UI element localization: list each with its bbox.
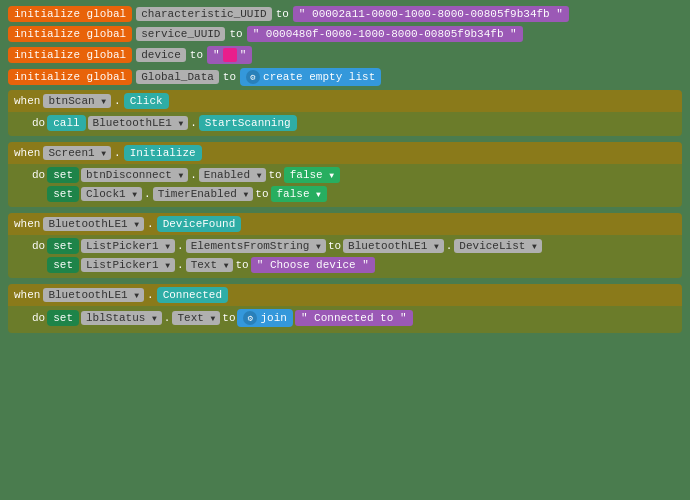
set-keyword-2b[interactable]: set	[47, 186, 79, 202]
join-label[interactable]: ⚙ join	[237, 309, 292, 327]
init-keyword-3[interactable]: initialize global	[8, 47, 132, 63]
set-keyword-3a[interactable]: set	[47, 238, 79, 254]
init-keyword-1[interactable]: initialize global	[8, 6, 132, 22]
when-header-3: when BluetoothLE1 ▼ . DeviceFound	[8, 213, 682, 235]
var-name-1[interactable]: characteristic_UUID	[136, 7, 271, 21]
text-prop-3[interactable]: Text ▼	[186, 258, 234, 272]
btndisconnect-label[interactable]: btnDisconnect ▼	[81, 168, 188, 182]
to-3a: to	[328, 240, 341, 252]
screen1-label[interactable]: Screen1 ▼	[43, 146, 111, 160]
when-keyword-1: when	[14, 95, 40, 107]
device-value[interactable]: " "	[207, 46, 252, 64]
text-prop-4[interactable]: Text ▼	[172, 311, 220, 325]
color-swatch	[223, 48, 237, 62]
clock1-label[interactable]: Clock1 ▼	[81, 187, 142, 201]
init-block-1: initialize global characteristic_UUID to…	[8, 6, 682, 22]
device-list-prop[interactable]: DeviceList ▼	[454, 239, 541, 253]
create-list-label: create empty list	[263, 71, 375, 83]
elements-prop[interactable]: ElementsFromString ▼	[186, 239, 326, 253]
click-event[interactable]: Click	[124, 93, 169, 109]
when-block-4: when BluetoothLE1 ▼ . Connected do set l…	[8, 284, 682, 333]
gear-icon-1: ⚙	[246, 70, 260, 84]
when-keyword-4: when	[14, 289, 40, 301]
ble1-label-4[interactable]: BluetoothLE1 ▼	[43, 288, 144, 302]
lblstatus-label[interactable]: lblStatus ▼	[81, 311, 162, 325]
var-name-2[interactable]: service_UUID	[136, 27, 225, 41]
do-row-1: do call BluetoothLE1 ▼ . StartScanning	[32, 115, 676, 131]
to-3b: to	[235, 259, 248, 271]
do-keyword-1: do	[32, 117, 45, 129]
initialize-event[interactable]: Initialize	[124, 145, 202, 161]
init-keyword-2[interactable]: initialize global	[8, 26, 132, 42]
to-keyword-3: to	[190, 49, 203, 61]
set-keyword-3b[interactable]: set	[47, 257, 79, 273]
false-val-1[interactable]: false ▼	[284, 167, 340, 183]
init-block-2: initialize global service_UUID to " 0000…	[8, 26, 682, 42]
listpicker1-label-3b[interactable]: ListPicker1 ▼	[81, 258, 175, 272]
when-block-3: when BluetoothLE1 ▼ . DeviceFound do set…	[8, 213, 682, 278]
to-keyword-1: to	[276, 8, 289, 20]
when-body-1: do call BluetoothLE1 ▼ . StartScanning	[8, 112, 682, 136]
connected-to-val[interactable]: " Connected to "	[295, 310, 413, 326]
start-scanning[interactable]: StartScanning	[199, 115, 297, 131]
init-block-4: initialize global Global_Data to ⚙ creat…	[8, 68, 682, 86]
device-found-event[interactable]: DeviceFound	[157, 216, 242, 232]
to-keyword-4: to	[223, 71, 236, 83]
when-keyword-3: when	[14, 218, 40, 230]
when-body-3: do set ListPicker1 ▼ . ElementsFromStrin…	[8, 235, 682, 278]
gear-icon-2: ⚙	[243, 311, 257, 325]
when-body-2: do set btnDisconnect ▼ . Enabled ▼ to fa…	[8, 164, 682, 207]
choose-device-val[interactable]: " Choose device "	[251, 257, 375, 273]
var-name-3[interactable]: device	[136, 48, 186, 62]
false-val-2[interactable]: false ▼	[271, 186, 327, 202]
when-body-4: do set lblStatus ▼ . Text ▼ to ⚙ join " …	[8, 306, 682, 333]
when-block-2: when Screen1 ▼ . Initialize do set btnDi…	[8, 142, 682, 207]
init-keyword-4[interactable]: initialize global	[8, 69, 132, 85]
to-2b: to	[255, 188, 268, 200]
set-keyword-2a[interactable]: set	[47, 167, 79, 183]
to-2a: to	[268, 169, 281, 181]
do-row-3a: do set ListPicker1 ▼ . ElementsFromStrin…	[32, 238, 676, 254]
do-row-2a: do set btnDisconnect ▼ . Enabled ▼ to fa…	[32, 167, 676, 183]
when-block-1: when btnScan ▼ . Click do call Bluetooth…	[8, 90, 682, 136]
set-keyword-4[interactable]: set	[47, 310, 79, 326]
ble1-call[interactable]: BluetoothLE1 ▼	[88, 116, 189, 130]
when-keyword-2: when	[14, 147, 40, 159]
do-row-2b: do set Clock1 ▼ . TimerEnabled ▼ to fals…	[32, 186, 676, 202]
create-list-icon[interactable]: ⚙ create empty list	[240, 68, 381, 86]
btnscan-label[interactable]: btnScan ▼	[43, 94, 111, 108]
value-1[interactable]: " 00002a11-0000-1000-8000-00805f9b34fb "	[293, 6, 569, 22]
init-block-3: initialize global device to " "	[8, 46, 682, 64]
do-row-3b: do set ListPicker1 ▼ . Text ▼ to " Choos…	[32, 257, 676, 273]
ble1-label-3[interactable]: BluetoothLE1 ▼	[43, 217, 144, 231]
to-4: to	[222, 312, 235, 324]
timer-enabled-prop[interactable]: TimerEnabled ▼	[153, 187, 254, 201]
do-keyword-4: do	[32, 312, 45, 324]
call-label-1[interactable]: call	[47, 115, 85, 131]
ble1-source[interactable]: BluetoothLE1 ▼	[343, 239, 444, 253]
when-header-1: when btnScan ▼ . Click	[8, 90, 682, 112]
when-header-4: when BluetoothLE1 ▼ . Connected	[8, 284, 682, 306]
var-name-4[interactable]: Global_Data	[136, 70, 219, 84]
listpicker1-label-3a[interactable]: ListPicker1 ▼	[81, 239, 175, 253]
to-keyword-2: to	[229, 28, 242, 40]
value-2[interactable]: " 0000480f-0000-1000-8000-00805f9b34fb "	[247, 26, 523, 42]
when-header-2: when Screen1 ▼ . Initialize	[8, 142, 682, 164]
enabled-prop[interactable]: Enabled ▼	[199, 168, 267, 182]
connected-event[interactable]: Connected	[157, 287, 228, 303]
main-container: initialize global characteristic_UUID to…	[0, 0, 690, 345]
do-row-4: do set lblStatus ▼ . Text ▼ to ⚙ join " …	[32, 309, 676, 327]
do-keyword-3: do	[32, 240, 45, 252]
do-keyword-2: do	[32, 169, 45, 181]
join-text: join	[260, 312, 286, 324]
